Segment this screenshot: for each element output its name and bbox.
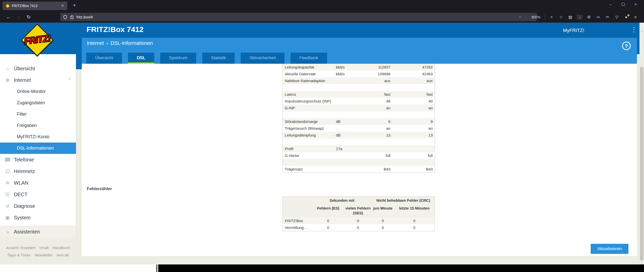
dsl-row-unit xyxy=(334,77,357,84)
window-controls: –▢× xyxy=(604,0,642,8)
scroll-up-icon[interactable]: ⌃ xyxy=(639,31,644,35)
kebab-menu-icon[interactable]: ⋮ xyxy=(630,26,638,33)
sidebar-item-diagnose[interactable]: ☌ Diagnose ⌃ xyxy=(0,200,76,212)
scrollbar-thumb[interactable] xyxy=(640,67,643,261)
sidebar-item-heimnetz[interactable]: ⊡ Heimnetz ⌃ xyxy=(0,165,76,177)
assistant-icon: » xyxy=(4,226,12,237)
globe-icon: ⊕ xyxy=(4,74,12,86)
account-icon[interactable]: ● xyxy=(624,15,629,19)
breadcrumb-section[interactable]: Internet xyxy=(87,40,104,46)
screenshot-scissors-icon[interactable]: ✂ xyxy=(605,15,610,19)
phone-icon: ☎ xyxy=(4,154,12,165)
dsl-row-label: Profil xyxy=(283,145,334,152)
dsl-row-upstream: B43 xyxy=(392,166,435,173)
restore-button[interactable]: ▢ xyxy=(617,2,629,6)
dsl-row-label xyxy=(283,84,334,91)
sidebar-item-label: Übersicht xyxy=(14,66,35,72)
tab-uebersicht[interactable]: Übersicht xyxy=(86,53,122,64)
dsl-row-upstream: fast xyxy=(392,91,435,98)
sidebar-item-label: Heimnetz xyxy=(14,168,35,174)
back-button[interactable]: ← xyxy=(4,14,14,20)
zoom-out-button[interactable]: − xyxy=(517,15,522,19)
dsl-row-upstream xyxy=(392,145,435,152)
sidebar-item-internet[interactable]: ⊕ Internet ⌃ xyxy=(0,74,76,86)
dsl-row-downstream: an xyxy=(357,105,392,111)
browser-tab[interactable]: FRITZ!Box 7412 × xyxy=(3,2,67,10)
footer-link[interactable]: Tipps & Tricks xyxy=(7,253,31,257)
zoom-in-button[interactable]: + xyxy=(549,15,554,19)
url-text[interactable]: fritz.box/# xyxy=(76,15,93,19)
dsl-table-row: Nahtlose Ratenadaption aus aus xyxy=(283,77,435,84)
sidebar-item-uebersicht[interactable]: ⌂ Übersicht ⌃ xyxy=(0,63,76,74)
sidebar-item-wlan[interactable]: ≋ WLAN ⌃ xyxy=(0,177,76,189)
sidebar-item-freigaben[interactable]: Freigaben ⌃ xyxy=(0,120,76,131)
sidebar-item-dsl-informationen[interactable]: DSL-Informationen ⌃ xyxy=(0,143,76,154)
sidebar-item-zugangsdaten[interactable]: Zugangsdaten ⌃ xyxy=(0,97,76,109)
close-button[interactable]: × xyxy=(629,2,642,6)
dsl-row-upstream: an xyxy=(392,105,435,111)
dsl-row-downstream: aus xyxy=(357,77,392,84)
ae-extension-icon[interactable]: æ xyxy=(577,15,582,19)
settings-gear-icon[interactable]: ⚙ xyxy=(586,15,591,19)
sidebar-item-label: Telefonie xyxy=(14,157,34,163)
footer-link[interactable]: Ansicht: Erweitert xyxy=(6,246,35,250)
close-tab-icon[interactable]: × xyxy=(60,3,65,8)
sidebar-footer: Ansicht: ErweitertInhaltHandbuch Tipps &… xyxy=(0,246,76,260)
tab-feedback[interactable]: Feedback xyxy=(291,53,327,64)
error-col-last15: letzte 15 Minuten xyxy=(394,203,435,218)
bookmarks-star-icon[interactable]: ☆ xyxy=(558,15,564,19)
url-bar[interactable]: fritz.box/# ☆ xyxy=(60,13,537,21)
footer-link[interactable]: Newsletter xyxy=(35,253,53,257)
sidebar-item-assistenten[interactable]: » Assistenten ⌃ xyxy=(0,226,76,237)
tab-spektrum[interactable]: Spektrum xyxy=(160,53,196,64)
sidebar-item-system[interactable]: ◉ System ⌃ xyxy=(0,212,76,223)
dsl-row-downstream xyxy=(357,111,392,118)
dsl-row-downstream xyxy=(357,145,392,152)
footer-link[interactable]: Inhalt xyxy=(39,246,49,250)
import-folder-icon[interactable]: ▤ xyxy=(568,15,573,19)
sidebar-item-online-monitor[interactable]: Online-Monitor ⌃ xyxy=(0,86,76,97)
tab-dsl[interactable]: DSL xyxy=(128,53,154,64)
dsl-row-unit xyxy=(334,84,357,91)
dsl-row-label: G.Vector xyxy=(283,152,334,159)
sidebar-item-telefonie[interactable]: ☎ Telefonie ⌃ xyxy=(0,154,76,165)
dsl-row-label: Störabstandsmarge xyxy=(283,118,334,125)
dsl-row-unit xyxy=(334,105,357,111)
reload-button[interactable]: ↻ xyxy=(24,14,34,20)
myfritz-link[interactable]: MyFRITZ! xyxy=(563,28,584,33)
scroll-down-icon[interactable]: ⌄ xyxy=(639,261,644,264)
footer-link[interactable]: Handbuch xyxy=(53,246,70,250)
footer-link[interactable]: avm.de xyxy=(57,253,69,257)
minimize-button[interactable]: – xyxy=(604,2,617,6)
chevron-up-icon: ⌃ xyxy=(68,77,71,83)
sidebar-item-filter[interactable]: Filter ⌃ xyxy=(0,109,76,120)
pocket-icon[interactable]: ▽ xyxy=(614,15,619,19)
lock-insecure-icon[interactable] xyxy=(70,15,74,19)
content-tabs: Übersicht DSL Spektrum Statistik Störsic… xyxy=(86,53,327,64)
sidebar-item-myfritz-konto[interactable]: MyFRITZ!-Konto ⌃ xyxy=(0,131,76,143)
dsl-row-upstream xyxy=(392,159,435,166)
refresh-button[interactable]: Aktualisieren xyxy=(591,244,628,254)
tab-statistik[interactable]: Statistik xyxy=(202,53,235,64)
new-tab-button[interactable]: + xyxy=(71,3,78,8)
tab-stoersicherheit[interactable]: Störsicherheit xyxy=(241,53,285,64)
dsl-row-downstream: B43 xyxy=(357,166,392,173)
shield-icon[interactable] xyxy=(63,15,67,19)
fritz-favicon xyxy=(5,4,10,8)
dsl-row-upstream: 13 xyxy=(392,132,435,139)
page-scrollbar[interactable]: ⌃ ⌄ xyxy=(639,23,644,264)
sidebar-item-dect[interactable]: ☏ DECT ⌃ xyxy=(0,189,76,200)
dsl-row-label: Aktuelle Datenrate xyxy=(283,71,334,77)
zoom-level[interactable]: 100% xyxy=(531,15,540,19)
dsl-row-label xyxy=(283,139,334,145)
help-button[interactable]: ? xyxy=(622,42,631,50)
menu-hamburger-icon[interactable]: ≡ xyxy=(633,15,638,19)
sidebar-item-label: Filter xyxy=(17,112,27,117)
dsl-row-downstream xyxy=(357,84,392,91)
dsl-row-label: Leitungsdämpfung xyxy=(283,132,334,139)
adblock-goggles-icon[interactable]: ∞ xyxy=(596,15,601,19)
dsl-row-upstream: full xyxy=(392,152,435,159)
browser-toolbar-right: − 100% + ☆▤æ⚙∞✂▽●≡ xyxy=(517,11,638,23)
dsl-row-upstream: 42463 xyxy=(392,71,435,77)
forward-button[interactable]: → xyxy=(14,14,24,20)
